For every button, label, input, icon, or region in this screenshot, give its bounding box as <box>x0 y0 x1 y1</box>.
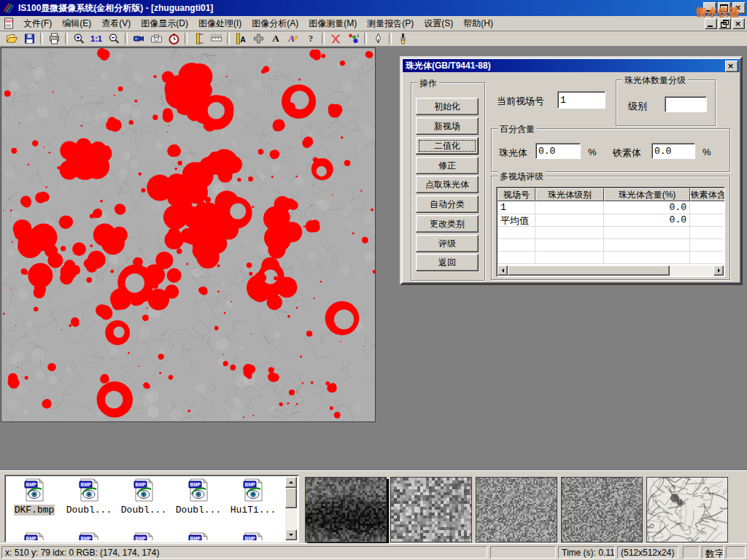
return-button[interactable]: 返回 <box>416 254 479 271</box>
menu-image-analysis[interactable]: 图像分析(A) <box>247 16 303 31</box>
initialize-button[interactable]: 初始化 <box>416 98 479 115</box>
scroll-down-button[interactable] <box>285 529 297 540</box>
file-name[interactable]: HuiTi... <box>230 505 276 516</box>
svg-text:BMP: BMP <box>190 482 201 487</box>
text-tool-button[interactable]: A <box>267 32 285 46</box>
correct-button[interactable]: 修正 <box>416 157 479 174</box>
print-button[interactable] <box>45 32 63 46</box>
grade-input[interactable] <box>665 96 707 112</box>
caliper-measure-button[interactable] <box>190 32 207 46</box>
menu-help[interactable]: 帮助(H) <box>458 16 498 31</box>
zoom-in-button[interactable] <box>70 32 88 46</box>
menu-image-measure[interactable]: 图像测量(M) <box>303 16 362 31</box>
file-name[interactable]: Doubl... <box>175 505 222 516</box>
table-row[interactable]: 平均值 0.0 <box>498 214 724 227</box>
open-file-button[interactable] <box>3 32 20 46</box>
dialog-title-bar[interactable]: 珠光体(GB/T9441-88) <box>403 59 740 72</box>
thumbnail-2[interactable] <box>390 477 472 542</box>
menu-file[interactable]: 文件(F) <box>18 16 57 31</box>
file-item[interactable]: BMP DKF.bmp <box>8 478 61 516</box>
scroll-left-button[interactable] <box>498 265 508 276</box>
file-item[interactable]: BMP Doubl... <box>172 478 225 516</box>
pick-pearlite-button[interactable]: 点取珠光体 <box>416 176 479 193</box>
document-icon[interactable]: DOC <box>3 18 15 29</box>
file-name[interactable]: Doubl... <box>66 505 112 516</box>
menu-measure-report[interactable]: 测量报告(P) <box>362 16 419 31</box>
menu-image-display[interactable]: 图像显示(D) <box>136 16 193 31</box>
scroll-up-button[interactable] <box>285 477 297 488</box>
scrollbar-thumb[interactable] <box>508 265 670 276</box>
ferrite-percent-input[interactable] <box>651 143 695 159</box>
menu-image-processing[interactable]: 图像处理(I) <box>193 16 247 31</box>
red-curve-icon <box>330 33 342 44</box>
multi-field-group-label: 多视场评级 <box>498 171 546 183</box>
pearlite-percent-input[interactable] <box>535 143 581 159</box>
marker-points-button[interactable]: 3 <box>344 32 362 46</box>
bmp-file-icon: BMP <box>23 478 45 502</box>
thumbnail-1[interactable] <box>305 477 387 542</box>
cell-ferrite-content <box>690 214 725 226</box>
file-item[interactable]: BMP <box>63 532 115 540</box>
new-field-button[interactable]: 新视场 <box>416 117 479 135</box>
rate-button[interactable]: 评级 <box>416 235 479 252</box>
mdi-close-button[interactable]: × <box>732 18 745 29</box>
curve-tool-button[interactable] <box>327 32 344 46</box>
scroll-right-button[interactable] <box>713 265 724 276</box>
file-item[interactable]: BMP Doubl... <box>63 478 115 516</box>
file-item[interactable]: BMP <box>172 532 225 540</box>
file-list-scrollbar[interactable] <box>285 477 297 540</box>
app-icon <box>2 2 15 14</box>
video-capture-button[interactable] <box>130 32 147 46</box>
vertical-caliper-icon <box>193 33 205 44</box>
zoom-out-button[interactable] <box>105 32 123 46</box>
mdi-minimize-button[interactable] <box>705 18 717 29</box>
metallograph-image[interactable] <box>1 48 375 421</box>
actual-size-button[interactable]: 1:1 <box>88 32 105 46</box>
cell-field-number: 平均值 <box>498 214 535 226</box>
mdi-restore-button[interactable] <box>719 18 731 29</box>
binarize-button[interactable]: 二值化 <box>416 137 479 155</box>
svg-text:A: A <box>240 36 245 44</box>
svg-text:BMP: BMP <box>26 482 37 487</box>
file-item[interactable]: BMP <box>8 532 61 540</box>
save-button[interactable] <box>20 32 38 46</box>
thumbnail-5[interactable] <box>646 477 728 542</box>
help-button[interactable]: ? <box>302 32 320 46</box>
ferrite-percent-sign: % <box>703 147 711 158</box>
percent-group-label: 百分含量 <box>498 123 537 136</box>
timer-button[interactable] <box>165 32 182 46</box>
file-item[interactable]: BMP <box>227 532 279 540</box>
file-item[interactable]: BMP HuiTi... <box>227 478 279 516</box>
menu-edit[interactable]: 编辑(E) <box>57 16 96 31</box>
one-to-one-icon: 1:1 <box>90 34 102 43</box>
thumbnail-4[interactable] <box>561 477 643 542</box>
toolbar-separator <box>65 33 68 44</box>
menu-settings[interactable]: 设置(S) <box>419 16 458 31</box>
pick-tool-button[interactable] <box>369 32 387 46</box>
table-row[interactable]: 1 0.0 <box>498 201 724 214</box>
ruler-measure-button[interactable] <box>207 32 225 46</box>
change-class-button[interactable]: 更改类别 <box>416 215 479 233</box>
dialog-close-button[interactable]: × <box>725 61 738 72</box>
file-item[interactable]: BMP <box>117 532 170 540</box>
current-field-input[interactable] <box>557 91 605 109</box>
brush-tool-button[interactable] <box>394 32 411 46</box>
toolbar-separator <box>364 33 367 44</box>
table-horizontal-scrollbar[interactable] <box>498 265 724 276</box>
file-name[interactable]: DKF.bmp <box>14 505 55 516</box>
mdi-close-icon: × <box>735 20 741 28</box>
printer-icon <box>48 33 61 44</box>
move-tool-button[interactable] <box>249 32 267 46</box>
scrollbar-thumb[interactable] <box>285 488 297 508</box>
auto-classify-button[interactable]: 自动分类 <box>416 195 479 213</box>
application-window: IS100显微摄像系统(金相分析版) - [zhuguangti01] × DO… <box>0 0 747 560</box>
file-item[interactable]: BMP Doubl... <box>117 478 170 516</box>
bmp-file-icon: BMP <box>23 532 45 540</box>
thumbnail-3[interactable] <box>476 477 557 542</box>
file-name[interactable]: Doubl... <box>120 505 167 516</box>
calibrate-button[interactable]: A <box>232 32 249 46</box>
file-browser: BMP DKF.bmp BMP Doubl... BMP Doubl... BM… <box>4 475 299 542</box>
photo-capture-button[interactable] <box>147 32 165 46</box>
annotate-tool-button[interactable]: A <box>285 32 302 46</box>
menu-view[interactable]: 查看(V) <box>96 16 136 31</box>
